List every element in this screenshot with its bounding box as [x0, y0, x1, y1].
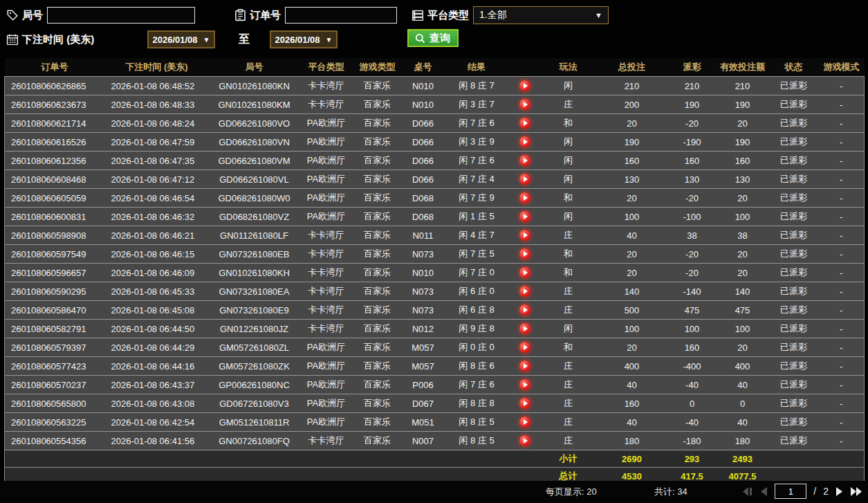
- cell-total-bet: 20: [596, 245, 668, 264]
- column-header: 状态: [769, 58, 819, 77]
- cell-total-bet: 140: [596, 282, 668, 301]
- play-video-icon[interactable]: [519, 192, 530, 203]
- list-icon: [411, 8, 425, 22]
- first-page-icon[interactable]: [742, 487, 753, 496]
- cell-table-no: M051: [403, 413, 444, 432]
- date-to-picker[interactable]: 2026/01/08 ▼: [270, 30, 338, 48]
- cell-status: 已派彩: [769, 226, 819, 245]
- cell-bet-type: 和: [541, 245, 596, 264]
- cell-valid-bet: 20: [717, 264, 769, 282]
- cell-payout: 100: [668, 320, 717, 338]
- cell-bet-type: 和: [541, 189, 596, 208]
- round-input[interactable]: [47, 7, 195, 24]
- cell-game-type: 百家乐: [353, 357, 403, 376]
- date-from-picker[interactable]: 2026/01/08 ▼: [147, 30, 215, 48]
- play-video-icon[interactable]: [519, 435, 530, 446]
- cell-total-bet: 160: [596, 152, 668, 170]
- cell-round-id: GN010261080KM: [209, 95, 300, 114]
- cell-bet-type: 庄: [541, 413, 596, 432]
- play-video-icon[interactable]: [519, 267, 530, 278]
- cell-round-id: GM0512610811R: [209, 413, 300, 432]
- date-to-group: 2026/01/08 ▼: [270, 30, 338, 49]
- cell-valid-bet: 38: [717, 226, 769, 245]
- cell-status: 已派彩: [769, 432, 819, 450]
- play-video-icon[interactable]: [519, 398, 530, 409]
- prev-page-icon[interactable]: [760, 487, 768, 496]
- order-input[interactable]: [285, 7, 397, 24]
- play-video-icon[interactable]: [519, 304, 530, 315]
- table-row: 2601080605702372026-01-08 06:43:37GP0062…: [5, 376, 865, 394]
- play-video-icon[interactable]: [519, 99, 530, 110]
- play-video-icon[interactable]: [519, 136, 530, 147]
- records-table: 订单号下注时间 (美东)局号平台类型游戏类型桌号结果玩法总投注派彩有效投注额状态…: [4, 58, 865, 485]
- cell-table-no: N012: [403, 320, 444, 338]
- play-video-icon[interactable]: [519, 323, 530, 334]
- play-video-icon[interactable]: [519, 80, 530, 91]
- records-body: 2601080606268652026-01-08 06:48:52GN0102…: [5, 77, 865, 450]
- cell-bet-type: 庄: [541, 282, 596, 301]
- cell-play: [510, 432, 541, 450]
- cell-payout: -180: [668, 432, 717, 450]
- play-video-icon[interactable]: [519, 155, 530, 166]
- column-header: 总投注: [596, 58, 668, 77]
- table-row: 2601080605827912026-01-08 06:44:50GN0122…: [5, 320, 865, 338]
- cell-play: [510, 282, 541, 301]
- search-button[interactable]: 查询: [407, 29, 459, 47]
- column-header: 下注时间 (美东): [105, 58, 209, 77]
- cell-result: 闲 7 庄 9: [444, 189, 510, 208]
- cell-table-no: N010: [403, 264, 444, 282]
- cell-game-type: 百家乐: [353, 189, 403, 208]
- cell-game-type: 百家乐: [353, 264, 403, 282]
- play-video-icon[interactable]: [519, 286, 530, 297]
- cell-bet-type: 和: [541, 114, 596, 133]
- cell-status: 已派彩: [769, 320, 819, 338]
- table-row: 2601080606165262026-01-08 06:47:59GD0662…: [5, 133, 865, 152]
- cell-payout: -40: [668, 376, 717, 394]
- table-row: 2601080605632252026-01-08 06:42:54GM0512…: [5, 413, 865, 432]
- cell-order-id: 260108060600831: [5, 208, 105, 226]
- page-number-input[interactable]: [775, 484, 806, 499]
- cell-round-id: GN010261080KH: [209, 264, 300, 282]
- cell-status: 已派彩: [769, 114, 819, 133]
- play-video-icon[interactable]: [519, 230, 530, 241]
- cell-order-id: 260108060554356: [5, 432, 105, 450]
- play-video-icon[interactable]: [519, 248, 530, 259]
- cell-order-id: 260108060590295: [5, 282, 105, 301]
- tag-icon: [6, 8, 19, 22]
- play-video-icon[interactable]: [519, 379, 530, 390]
- last-page-icon[interactable]: [850, 487, 862, 496]
- platform-select[interactable]: 1.全部 ▼: [473, 6, 609, 24]
- cell-total-bet: 40: [596, 376, 668, 394]
- cell-platform: PA欧洲厅: [300, 170, 353, 189]
- cell-order-id: 260108060577423: [5, 357, 105, 376]
- subtotal-label: 小计: [541, 450, 596, 468]
- calendar-icon: [6, 33, 19, 46]
- cell-bet-time: 2026-01-08 06:42:54: [105, 413, 209, 432]
- cell-payout: -100: [668, 208, 717, 226]
- next-page-icon[interactable]: [835, 487, 843, 496]
- play-video-icon[interactable]: [519, 118, 530, 129]
- play-video-icon[interactable]: [519, 417, 530, 428]
- cell-payout: -400: [668, 357, 717, 376]
- cell-play: [510, 394, 541, 413]
- search-icon: [413, 31, 427, 45]
- cell-game-type: 百家乐: [353, 338, 403, 357]
- clipboard-icon: [233, 8, 247, 22]
- cell-total-bet: 160: [596, 394, 668, 413]
- cell-status: 已派彩: [769, 282, 819, 301]
- pager-controls: / 2: [742, 484, 862, 499]
- cell-status: 已派彩: [769, 245, 819, 264]
- cell-valid-bet: 190: [717, 133, 769, 152]
- play-video-icon[interactable]: [519, 174, 530, 185]
- cell-bet-type: 庄: [541, 357, 596, 376]
- cell-platform: PA欧洲厅: [300, 376, 353, 394]
- cell-bet-type: 闲: [541, 152, 596, 170]
- cell-platform: 卡卡湾厅: [300, 432, 353, 450]
- play-video-icon[interactable]: [519, 360, 530, 372]
- chevron-down-icon: ▼: [203, 36, 210, 44]
- cell-round-id: GN073261080EA: [209, 282, 300, 301]
- cell-result: 闲 6 庄 8: [444, 301, 510, 320]
- play-video-icon[interactable]: [519, 342, 530, 353]
- play-video-icon[interactable]: [519, 211, 530, 222]
- table-row: 2601080606084682026-01-08 06:47:12GD0662…: [5, 170, 865, 189]
